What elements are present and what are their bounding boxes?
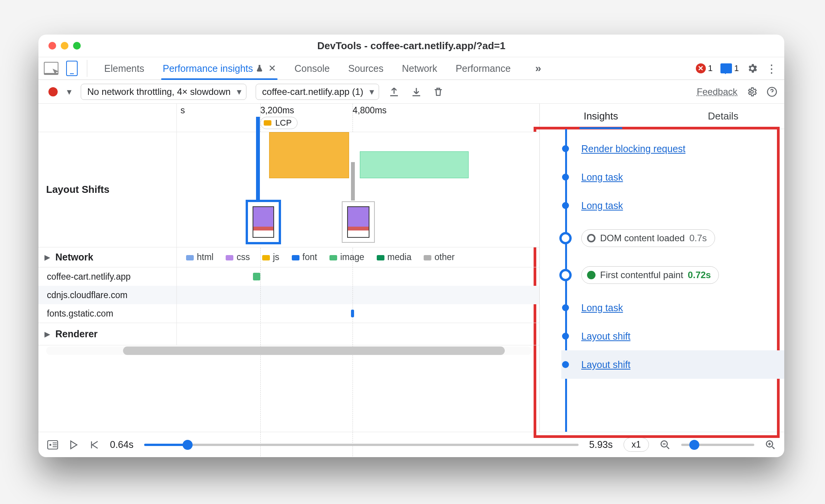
insight-event[interactable]: DOM content loaded 0.7s	[561, 220, 784, 257]
zoom-slider[interactable]	[681, 444, 754, 446]
record-menu-caret-icon[interactable]: ▾	[67, 86, 72, 97]
zoom-knob[interactable]	[689, 440, 699, 450]
renderer-section-toggle[interactable]: ▶ Renderer	[38, 323, 177, 345]
message-icon	[720, 63, 732, 73]
timeline-marker	[351, 162, 355, 201]
messages-badge[interactable]: 1	[720, 63, 739, 73]
feedback-link[interactable]: Feedback	[697, 86, 737, 97]
play-icon[interactable]	[69, 440, 78, 450]
insight-link[interactable]: Long task	[581, 172, 623, 183]
network-row[interactable]: cdnjs.cloudflare.com	[38, 286, 539, 304]
insight-item[interactable]: Long task	[561, 191, 784, 220]
tab-label: Sources	[348, 63, 384, 74]
chevron-right-icon: ▶	[45, 330, 50, 338]
tab-label: Network	[402, 63, 437, 74]
tab-network[interactable]: Network	[401, 57, 439, 80]
insight-item[interactable]: Long task	[561, 163, 784, 191]
ruler-tick: s	[180, 105, 185, 116]
insight-item[interactable]: Render blocking request	[561, 134, 784, 163]
request-chip[interactable]	[351, 310, 354, 317]
devtools-tabbar: Elements Performance insights ✕ Console …	[38, 57, 784, 80]
tab-label: Performance	[456, 63, 511, 74]
timeline-ring-icon	[559, 232, 572, 244]
tab-console[interactable]: Console	[293, 57, 331, 80]
errors-badge[interactable]: ✕ 1	[696, 63, 713, 73]
record-button[interactable]	[48, 87, 58, 96]
tab-performance[interactable]: Performance	[454, 57, 512, 80]
screenshot-thumbnail-selected[interactable]	[246, 200, 281, 244]
timeline-ring-icon	[559, 269, 572, 281]
insight-item[interactable]: Layout shift	[561, 350, 784, 379]
go-to-start-icon[interactable]	[89, 440, 99, 449]
event-label: First contentful paint	[600, 270, 683, 280]
lcp-label: LCP	[275, 118, 292, 128]
insight-link[interactable]: Layout shift	[581, 359, 630, 370]
help-icon[interactable]	[767, 86, 777, 97]
svg-point-0	[751, 90, 753, 93]
time-slider[interactable]	[144, 444, 578, 446]
request-chip[interactable]	[257, 273, 260, 280]
playback-bar: 0.64s 5.93s x1	[38, 432, 784, 457]
insight-link[interactable]: Long task	[581, 302, 623, 313]
slider-knob[interactable]	[183, 440, 193, 450]
settings-icon[interactable]	[747, 63, 758, 74]
tab-performance-insights[interactable]: Performance insights ✕	[161, 57, 278, 80]
toggle-screenshots-icon[interactable]	[47, 440, 58, 450]
event-pill[interactable]: DOM content loaded 0.7s	[581, 229, 715, 247]
insight-link[interactable]: Layout shift	[581, 331, 630, 342]
errors-count: 1	[708, 63, 713, 73]
insight-item[interactable]: Layout shift	[561, 322, 784, 350]
time-ruler[interactable]: s 3,200ms 4,800ms LCP	[177, 104, 539, 132]
network-host: coffee-cart.netlify.app	[38, 267, 177, 286]
insights-timeline[interactable]: Render blocking request Long task Long t…	[540, 129, 784, 432]
network-legend: html css js font image media other	[177, 247, 539, 267]
more-menu-icon[interactable]: ⋮	[766, 62, 777, 75]
inspect-element-icon[interactable]	[44, 62, 58, 75]
network-section-toggle[interactable]: ▶ Network	[38, 247, 177, 267]
network-row[interactable]: fonts.gstatic.com	[38, 304, 539, 323]
zoom-out-icon[interactable]	[660, 439, 670, 450]
target-select[interactable]: coffee-cart.netlify.app (1)	[256, 84, 379, 100]
layout-shifts-track[interactable]	[177, 132, 539, 247]
scrollbar-thumb[interactable]	[123, 346, 505, 355]
insight-link[interactable]: Render blocking request	[581, 143, 685, 154]
timeline-marker[interactable]	[256, 117, 260, 201]
import-icon[interactable]	[411, 86, 422, 98]
tabs-overflow-icon[interactable]: »	[535, 62, 541, 75]
screenshot-thumbnail[interactable]	[342, 201, 375, 243]
layout-shifts-label: Layout Shifts	[38, 132, 177, 247]
details-tab[interactable]: Details	[662, 104, 784, 129]
network-lane	[177, 304, 539, 323]
network-row[interactable]: coffee-cart.netlify.app	[38, 267, 539, 286]
svg-point-3	[50, 444, 52, 446]
tab-sources[interactable]: Sources	[347, 57, 385, 80]
tab-elements[interactable]: Elements	[103, 57, 146, 80]
device-toolbar-icon[interactable]	[62, 61, 78, 76]
horizontal-scrollbar[interactable]	[38, 345, 539, 356]
insight-item[interactable]: Long task	[561, 293, 784, 322]
network-lane	[177, 267, 539, 286]
chevron-right-icon: ▶	[45, 253, 50, 262]
zoom-in-icon[interactable]	[765, 439, 776, 450]
legend-item-other: other	[424, 252, 454, 262]
lcp-pill[interactable]: LCP	[260, 117, 298, 129]
legend-item-font: font	[292, 252, 317, 262]
close-tab-icon[interactable]: ✕	[268, 63, 276, 74]
network-host: cdnjs.cloudflare.com	[38, 286, 177, 304]
event-pill[interactable]: First contentful paint 0.72s	[581, 266, 719, 284]
playback-speed-pill[interactable]: x1	[624, 438, 649, 452]
insight-event[interactable]: First contentful paint 0.72s	[561, 257, 784, 293]
export-icon[interactable]	[388, 86, 400, 98]
tab-label: Console	[294, 63, 330, 74]
status-ring-icon	[587, 234, 595, 242]
panel-settings-icon[interactable]	[747, 86, 757, 97]
layout-block[interactable]	[360, 151, 469, 178]
insight-link[interactable]: Long task	[581, 200, 623, 211]
lcp-block[interactable]	[269, 132, 349, 178]
throttling-select[interactable]: No network throttling, 4× slowdown	[81, 84, 246, 100]
insights-tab[interactable]: Insights	[540, 104, 662, 129]
tab-label: Performance insights	[163, 63, 253, 74]
throttling-value: No network throttling, 4× slowdown	[87, 86, 231, 97]
recording-toolbar: ▾ No network throttling, 4× slowdown cof…	[38, 80, 784, 104]
delete-icon[interactable]	[433, 86, 444, 98]
